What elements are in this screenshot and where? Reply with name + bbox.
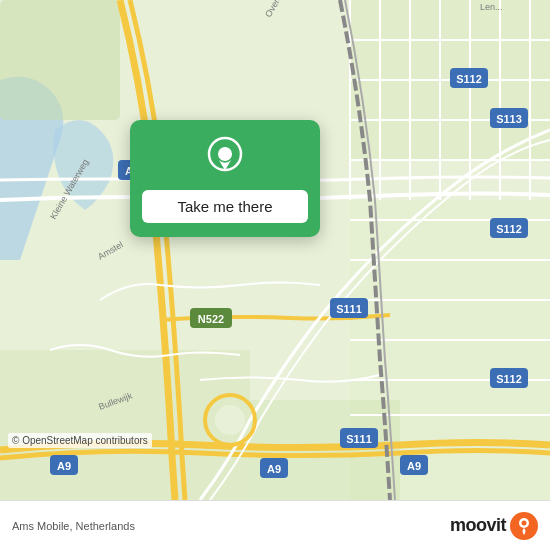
map-container[interactable]: S112 S113 S112 S111 S111 S112 A2 N522 A9… <box>0 0 550 500</box>
moovit-branding: moovit <box>450 512 538 540</box>
svg-text:S113: S113 <box>496 113 522 125</box>
svg-rect-1 <box>0 0 120 120</box>
take-me-there-button[interactable]: Take me there <box>142 190 308 223</box>
location-popup: Take me there <box>130 120 320 237</box>
location-pin-icon <box>203 136 247 180</box>
svg-text:S112: S112 <box>496 373 522 385</box>
moovit-logo-icon <box>510 512 538 540</box>
svg-text:S112: S112 <box>496 223 522 235</box>
svg-text:Len...: Len... <box>480 2 503 12</box>
svg-text:S112: S112 <box>456 73 482 85</box>
svg-point-51 <box>215 405 245 435</box>
svg-text:A9: A9 <box>267 463 281 475</box>
svg-text:S111: S111 <box>346 433 372 445</box>
svg-rect-4 <box>0 350 250 500</box>
bottom-bar: Ams Mobile, Netherlands moovit <box>0 500 550 550</box>
moovit-label: moovit <box>450 515 506 536</box>
svg-text:A9: A9 <box>57 460 71 472</box>
svg-point-56 <box>522 520 527 525</box>
svg-text:S111: S111 <box>336 303 362 315</box>
svg-text:N522: N522 <box>198 313 224 325</box>
map-attribution: © OpenStreetMap contributors <box>8 433 152 448</box>
app-info: Ams Mobile, Netherlands <box>12 520 135 532</box>
svg-text:A9: A9 <box>407 460 421 472</box>
app-name-label: Ams Mobile, Netherlands <box>12 520 135 532</box>
svg-point-53 <box>218 147 232 161</box>
